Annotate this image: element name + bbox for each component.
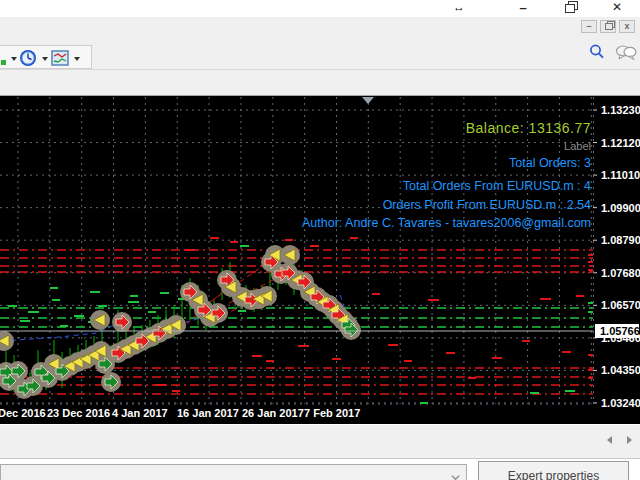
toolbar-group bbox=[0, 45, 92, 69]
current-price-label: 1.05766 bbox=[600, 325, 640, 337]
close-button[interactable]: ✕ bbox=[606, 0, 628, 17]
time-axis-label: 7 Feb 2017 bbox=[304, 407, 360, 419]
chart-overlay-text: Orders Profit From EURUSD.m : 2.54 bbox=[383, 198, 591, 212]
scroll-position-marker-icon bbox=[362, 97, 374, 104]
price-axis-label: 1.13230 bbox=[601, 104, 640, 116]
resize-horizontal-icon[interactable]: ↔ bbox=[448, 0, 470, 17]
chart-close-button[interactable]: x bbox=[619, 20, 635, 33]
horizontal-scrollbar[interactable] bbox=[0, 424, 640, 458]
time-axis-label: 26 Jan 2017 bbox=[242, 407, 304, 419]
chevron-down-icon bbox=[451, 473, 460, 480]
chart-window-margin bbox=[0, 70, 640, 96]
menu-bar: – x bbox=[0, 17, 640, 36]
partial-toolbar-icon[interactable] bbox=[1, 60, 6, 65]
strategy-tester-panel: Expert properties bbox=[0, 458, 640, 480]
chart-overlay-text: Total Orders From EURUSD.m : 4 bbox=[403, 179, 591, 193]
chat-icon[interactable] bbox=[615, 43, 637, 61]
chart-overlay-text: Author: Andre C. Tavares - tavares2006@g… bbox=[302, 216, 591, 230]
dropdown-caret-icon[interactable] bbox=[11, 57, 17, 61]
periods-clock-icon[interactable] bbox=[19, 49, 37, 67]
expert-select[interactable] bbox=[0, 464, 467, 480]
template-chart-icon[interactable] bbox=[51, 49, 69, 67]
chart-restore-icon bbox=[605, 23, 612, 29]
time-axis-label: 16 Jan 2017 bbox=[177, 407, 239, 419]
price-axis-label: 1.07680 bbox=[601, 267, 640, 279]
title-bar: ↔ – ✕ bbox=[0, 0, 640, 17]
scroll-left-icon[interactable] bbox=[607, 436, 612, 444]
time-axis-label: 4 Jan 2017 bbox=[112, 407, 168, 419]
search-icon[interactable] bbox=[588, 43, 606, 61]
minimize-button[interactable]: – bbox=[512, 0, 534, 17]
chart-overlay-text: Total Orders: 3 bbox=[509, 156, 591, 170]
price-axis-label: 1.09900 bbox=[601, 202, 640, 214]
price-axis-label: 1.04350 bbox=[601, 364, 640, 376]
price-axis-label: 1.08790 bbox=[601, 234, 640, 246]
chart-overlay-text: Label bbox=[564, 140, 591, 152]
chart-canvas[interactable]: 1.132301.121201.110101.099001.087901.076… bbox=[0, 96, 640, 424]
metatrader-window: ↔ – ✕ – x bbox=[0, 0, 640, 480]
expert-properties-button[interactable]: Expert properties bbox=[478, 461, 629, 480]
time-axis-label: Dec 2016 bbox=[0, 407, 46, 419]
price-axis-label: 1.03240 bbox=[601, 397, 640, 409]
chart-restore-button[interactable] bbox=[600, 20, 616, 33]
scroll-right-icon[interactable] bbox=[627, 436, 632, 444]
chart-area: 1.132301.121201.110101.099001.087901.076… bbox=[0, 96, 640, 424]
dropdown-caret-icon[interactable] bbox=[42, 57, 48, 61]
restore-icon bbox=[565, 4, 574, 12]
chart-overlay-text: Balance: 13136.77 bbox=[466, 120, 591, 136]
chart-minimize-button[interactable]: – bbox=[581, 20, 597, 33]
dropdown-caret-icon[interactable] bbox=[74, 57, 80, 61]
price-axis-label: 1.11010 bbox=[601, 169, 640, 181]
price-axis-label: 1.06570 bbox=[601, 299, 640, 311]
time-axis-label: 23 Dec 2016 bbox=[47, 407, 110, 419]
restore-button[interactable] bbox=[558, 0, 580, 17]
toolbar bbox=[0, 36, 640, 70]
price-axis-label: 1.12120 bbox=[601, 137, 640, 149]
